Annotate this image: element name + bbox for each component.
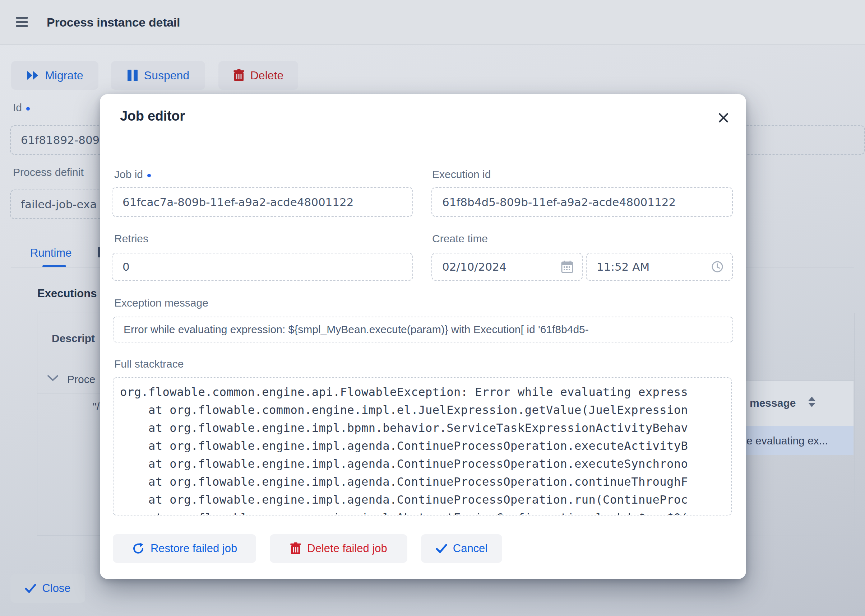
sort-icon[interactable] [808,397,815,407]
fast-forward-icon [26,70,39,81]
refresh-icon [132,542,145,555]
clock-icon[interactable] [711,261,723,273]
retries-input[interactable]: 0 [112,253,413,281]
suspend-button[interactable]: Suspend [111,61,205,90]
exception-message-input[interactable]: Error while evaluating expression: ${smp… [113,317,733,343]
pause-icon [127,69,138,82]
cancel-button[interactable]: Cancel [421,534,502,563]
stacktrace-textarea[interactable]: org.flowable.common.engine.api.FlowableE… [113,377,732,515]
page-title: Process instance detail [47,0,180,44]
table-row-value: "/ [93,401,99,413]
create-date-input[interactable]: 02/10/2024 [432,253,583,281]
cancel-label: Cancel [453,542,488,555]
execution-id-input[interactable]: 61f8b4d5-809b-11ef-a9a2-acde48001122 [432,187,733,217]
id-field-label: Id [13,102,30,114]
create-clock-input[interactable]: 11:52 AM [586,253,733,281]
restore-failed-job-button[interactable]: Restore failed job [113,534,256,563]
job-editor-dialog: Job editor Job id 61fcac7a-809b-11ef-a9a… [100,94,746,579]
column-header-message[interactable]: message [750,397,796,409]
close-x-icon [718,112,729,123]
calendar-icon[interactable] [561,260,573,273]
process-definition-label: Process definit [13,166,84,178]
delete-failed-job-button[interactable]: Delete failed job [270,534,407,563]
migrate-label: Migrate [45,69,84,82]
selected-job-cell[interactable]: e evaluating ex... [747,435,853,447]
create-time-label: Create time [432,233,488,245]
retries-label: Retries [114,233,148,245]
checkmark-icon [25,584,36,593]
migrate-button[interactable]: Migrate [11,61,98,90]
close-button[interactable]: Close [10,574,85,603]
close-label: Close [42,582,71,595]
column-header-description[interactable]: Descript [52,332,95,345]
execution-id-label: Execution id [432,168,491,181]
full-stacktrace-label: Full stacktrace [114,358,184,370]
required-dot [26,107,30,110]
chevron-down-icon[interactable] [47,375,58,381]
tab-runtime[interactable]: Runtime [30,247,71,259]
trash-icon [290,542,301,555]
delete-failed-label: Delete failed job [307,542,387,555]
suspend-label: Suspend [144,69,189,82]
executions-heading: Executions [37,287,97,300]
checkmark-icon [436,544,447,553]
job-id-input[interactable]: 61fcac7a-809b-11ef-a9a2-acde48001122 [112,187,413,217]
dialog-title: Job editor [120,108,185,124]
trash-icon [233,69,245,82]
delete-button[interactable]: Delete [218,61,298,90]
job-id-label: Job id [114,168,151,181]
menu-icon[interactable] [16,17,28,27]
table-row-process[interactable]: Proce [67,373,95,385]
delete-label: Delete [251,69,284,82]
stacktrace-text: org.flowable.common.engine.api.FlowableE… [113,378,731,515]
exception-message-label: Exception message [114,297,208,309]
restore-label: Restore failed job [151,542,237,555]
dialog-close-button[interactable] [715,109,732,126]
required-dot [147,174,151,178]
